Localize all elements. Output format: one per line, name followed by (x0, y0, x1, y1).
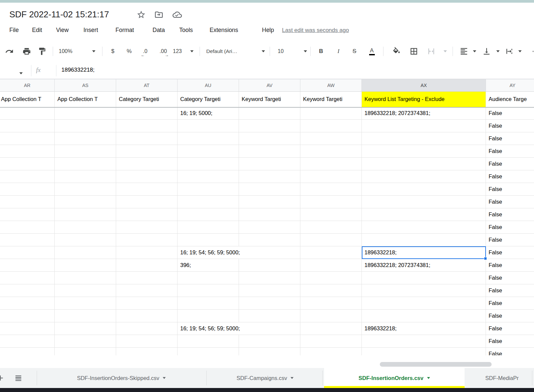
zoom-select[interactable]: 100% (59, 46, 95, 57)
grid-cell-AY-row9[interactable]: False (486, 196, 534, 208)
horizontal-align-button[interactable] (459, 46, 469, 57)
column-header-AU[interactable]: AU (178, 79, 239, 92)
grid-cell-AX-row12[interactable] (362, 234, 486, 246)
grid-cell-AR-row2[interactable] (0, 107, 55, 120)
grid-cell-AV-row11[interactable] (239, 221, 300, 234)
column-header-AT[interactable]: AT (116, 79, 178, 92)
grid-cell-AY-row12[interactable]: False (486, 234, 534, 246)
grid-cell-AT-row16[interactable] (116, 284, 178, 297)
grid-cell-AV-row16[interactable] (239, 284, 300, 297)
strikethrough-button[interactable]: S (350, 46, 359, 57)
font-family-select[interactable]: Default (Ari… (206, 46, 265, 57)
sheet-tab-menu-icon[interactable] (163, 377, 166, 379)
move-to-folder-icon[interactable] (154, 10, 164, 19)
grid-cell-AU-row13[interactable]: 16; 19; 54; 56; 59; 5000; (178, 246, 239, 259)
grid-cell-AU-row5[interactable] (178, 145, 239, 158)
grid-cell-AT-row4[interactable] (116, 132, 178, 145)
grid-cell-AW-row2[interactable] (300, 107, 362, 120)
grid-cell-AS-row20[interactable] (55, 335, 116, 348)
grid-cell-AR-row5[interactable] (0, 145, 55, 158)
grid-cell-AR-row20[interactable] (0, 335, 55, 348)
grid-cell-AW-row7[interactable] (300, 170, 362, 183)
grid-cell-AY-row3[interactable]: False (486, 120, 534, 132)
grid-cell-AW-row5[interactable] (300, 145, 362, 158)
grid-cell-AX-row18[interactable] (362, 310, 486, 322)
grid-cell-AW-row3[interactable] (300, 120, 362, 132)
grid-cell-AS-row21[interactable] (55, 348, 116, 355)
grid-cell-AW-row13[interactable] (300, 246, 362, 259)
grid-cell-AV-row6[interactable] (239, 158, 300, 170)
grid-cell-AY-row19[interactable]: False (486, 322, 534, 335)
font-size-select[interactable]: 10 (276, 46, 307, 57)
grid-cell-AX-row8[interactable] (362, 183, 486, 196)
grid-cell-AW-row11[interactable] (300, 221, 362, 234)
grid-cell-AU-row2[interactable]: 16; 19; 5000; (178, 107, 239, 120)
sheet-tab-1[interactable]: SDF-InsertionOrders-Skipped.csv (37, 368, 206, 388)
text-color-button[interactable]: A (367, 46, 376, 57)
grid-cell-AW-row4[interactable] (300, 132, 362, 145)
grid-cell-AY-row4[interactable]: False (486, 132, 534, 145)
grid-cell-AR-row13[interactable] (0, 246, 55, 259)
grid-cell-AW-row18[interactable] (300, 310, 362, 322)
grid-cell-AT-row7[interactable] (116, 170, 178, 183)
name-box-menu[interactable] (19, 70, 23, 76)
grid-cell-AU-row8[interactable] (178, 183, 239, 196)
grid-cell-AX-row11[interactable] (362, 221, 486, 234)
text-wrap-menu[interactable] (517, 46, 523, 57)
grid-cell-AT-row5[interactable] (116, 145, 178, 158)
grid-cell-AT-row19[interactable] (116, 322, 178, 335)
grid-cell-AS-row8[interactable] (55, 183, 116, 196)
grid-cell-AU-row12[interactable] (178, 234, 239, 246)
horizontal-align-menu[interactable] (472, 46, 477, 57)
grid-cell-AU-row19[interactable]: 16; 19; 54; 56; 59; 5000; (178, 322, 239, 335)
last-edit-status[interactable]: Last edit was seconds ago (282, 27, 349, 34)
grid-cell-AR-row9[interactable] (0, 196, 55, 208)
grid-cell-AR-row19[interactable] (0, 322, 55, 335)
grid-cell-AT-row14[interactable] (116, 259, 178, 272)
grid-cell-AV-row15[interactable] (239, 272, 300, 284)
grid-cell-AT-row20[interactable] (116, 335, 178, 348)
grid-cell-AU-row9[interactable] (178, 196, 239, 208)
grid-cell-AR-row4[interactable] (0, 132, 55, 145)
grid-cell-AY-row6[interactable]: False (486, 158, 534, 170)
grid-cell-AS-row6[interactable] (55, 158, 116, 170)
redo-button[interactable] (5, 46, 14, 57)
grid-cell-AX-row21[interactable] (362, 348, 486, 355)
grid-cell-AR-row8[interactable] (0, 183, 55, 196)
grid-cell-AY-row14[interactable]: False (486, 259, 534, 272)
column-header-AX[interactable]: AX (362, 79, 486, 92)
grid-cell-AT-row6[interactable] (116, 158, 178, 170)
grid-cell-AY-row20[interactable]: False (486, 335, 534, 348)
grid-cell-AT-row18[interactable] (116, 310, 178, 322)
grid-cell-AX-row5[interactable] (362, 145, 486, 158)
grid-cell-AU-row20[interactable] (178, 335, 239, 348)
decrease-decimal-button[interactable]: .0 ← (140, 46, 150, 57)
borders-button[interactable] (409, 46, 419, 57)
grid-cell-AW-row21[interactable] (300, 348, 362, 355)
grid-cell-AU-row16[interactable] (178, 284, 239, 297)
cloud-saved-icon[interactable] (173, 10, 182, 19)
grid-cell-AV-row13[interactable] (239, 246, 300, 259)
grid-cell-AT-row12[interactable] (116, 234, 178, 246)
grid-cell-AX-row17[interactable] (362, 297, 486, 310)
grid-cell-AY-row15[interactable]: False (486, 272, 534, 284)
grid-cell-AR-row3[interactable] (0, 120, 55, 132)
doc-title[interactable]: SDF 2022-11-02 15:21:17 (9, 9, 109, 20)
grid-cell-AX-row13[interactable]: 1896332218; (362, 246, 486, 259)
grid-cell-AV-row4[interactable] (239, 132, 300, 145)
column-header-AV[interactable]: AV (239, 79, 300, 92)
horizontal-scrollbar-thumb[interactable] (380, 362, 492, 367)
grid-cell-AW-row10[interactable] (300, 208, 362, 221)
grid-cell-AW-row20[interactable] (300, 335, 362, 348)
grid-cell-AS-row19[interactable] (55, 322, 116, 335)
grid-cell-AV-row8[interactable] (239, 183, 300, 196)
number-format-menu[interactable]: 123 (173, 46, 194, 57)
grid-cell-AW-row19[interactable] (300, 322, 362, 335)
grid-cell-AR-row18[interactable] (0, 310, 55, 322)
grid-cell-AY-row2[interactable]: False (486, 107, 534, 120)
merge-cells-button[interactable] (427, 46, 436, 57)
menu-format[interactable]: Format (115, 27, 134, 34)
grid-cell-AT-row11[interactable] (116, 221, 178, 234)
menu-help[interactable]: Help (262, 27, 274, 34)
grid-cell-AS-row2[interactable] (55, 107, 116, 120)
